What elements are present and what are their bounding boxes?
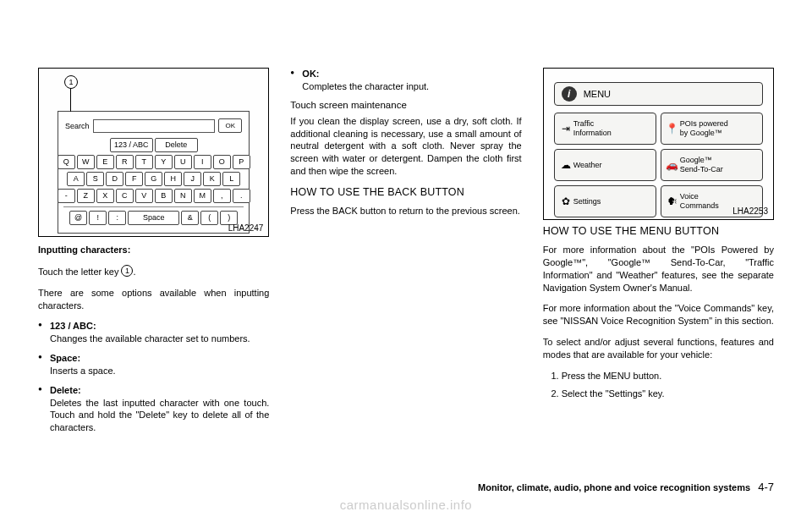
text: Touch the letter key: [38, 267, 121, 277]
figure-menu: i MENU ⇥ TrafficInformation 📍 POIs power…: [543, 68, 774, 220]
key: (: [200, 211, 218, 225]
paragraph: For more information about the "Voice Co…: [543, 302, 774, 327]
key: U: [174, 155, 192, 169]
key: V: [135, 189, 153, 203]
menu-item-label: Google™Send-To-Car: [680, 156, 723, 174]
menu-item-label: VoiceCommands: [680, 192, 719, 211]
key: F: [125, 172, 143, 186]
key: .: [233, 189, 250, 203]
key: A: [67, 172, 85, 186]
column-1: 1 Search OK 123 / ABC Delete Q W: [38, 68, 269, 482]
figure-label: LHA2253: [732, 206, 768, 216]
heading-touch-maintenance: Touch screen maintenance: [290, 100, 521, 110]
keyboard-mode-row: 123 / ABC Delete: [63, 138, 244, 152]
menu-item-label: Settings: [573, 197, 601, 206]
key: ,: [213, 189, 231, 203]
key: E: [96, 155, 114, 169]
key: X: [96, 189, 114, 203]
key: &: [181, 211, 199, 225]
key: Q: [58, 155, 75, 169]
step: Press the MENU button.: [562, 370, 774, 382]
menu-item-label: POIs poweredby Google™: [680, 119, 728, 138]
key: C: [116, 189, 134, 203]
key: G: [145, 172, 162, 186]
menu-item-label: TrafficInformation: [573, 119, 612, 138]
key: M: [194, 189, 211, 203]
key: R: [116, 155, 134, 169]
steps-list: Press the MENU button. Select the "Setti…: [543, 370, 774, 400]
gear-icon: ✿: [558, 195, 573, 207]
menu-item-label: Weather: [573, 161, 602, 170]
key: O: [213, 155, 231, 169]
menu-item-traffic: ⇥ TrafficInformation: [554, 113, 656, 145]
key: S: [86, 172, 104, 186]
key: H: [164, 172, 182, 186]
ok-key: OK: [218, 118, 242, 133]
menu-item-settings: ✿ Settings: [554, 185, 656, 217]
watermark: carmanualsonline.info: [0, 498, 812, 512]
list-item: 123 / ABC: Changes the available charact…: [50, 320, 269, 345]
paragraph: To select and/or adjust several function…: [543, 336, 774, 361]
item-desc: Completes the character input.: [302, 81, 429, 91]
key: W: [77, 155, 95, 169]
key: :: [108, 211, 126, 225]
key: K: [203, 172, 221, 186]
paragraph: Press the BACK button to return to the p…: [290, 205, 521, 217]
page-number: 4-7: [758, 481, 774, 493]
key: I: [194, 155, 211, 169]
item-desc: Changes the available character set to n…: [50, 333, 250, 344]
key: Z: [77, 189, 95, 203]
heading-inputting: Inputting characters:: [38, 244, 269, 256]
key: @: [69, 211, 87, 225]
circled-number: 1: [121, 265, 133, 277]
menu-header: i MENU: [554, 82, 763, 106]
key: N: [174, 189, 192, 203]
key: B: [155, 189, 173, 203]
key: L: [222, 172, 240, 186]
key: T: [135, 155, 153, 169]
menu-item-weather: ☁ Weather: [554, 149, 656, 181]
figure-label: LHA2247: [228, 223, 264, 233]
poi-icon: 📍: [665, 123, 680, 135]
column-3: i MENU ⇥ TrafficInformation 📍 POIs power…: [543, 68, 774, 482]
space-key: Space: [128, 211, 179, 225]
info-icon: i: [562, 86, 577, 102]
search-input-box: [93, 119, 216, 133]
item-title: OK:: [302, 69, 319, 79]
traffic-icon: ⇥: [558, 123, 573, 135]
key: P: [233, 155, 250, 169]
manual-page: 1 Search OK 123 / ABC Delete Q W: [0, 0, 812, 517]
item-desc: Inserts a space.: [50, 366, 116, 376]
item-title: Space:: [50, 353, 80, 363]
key: !: [89, 211, 107, 225]
callout-line: [70, 88, 71, 112]
keyboard-row-4: @ ! : Space & ( ): [63, 206, 244, 225]
keyboard-search-row: Search OK: [63, 118, 244, 133]
step: Select the "Settings" key.: [562, 388, 774, 400]
option-list-cont: OK: Completes the character input.: [290, 68, 521, 93]
menu-item-pois: 📍 POIs poweredby Google™: [661, 113, 763, 145]
content-columns: 1 Search OK 123 / ABC Delete Q W: [38, 68, 774, 482]
paragraph: If you clean the display screen, use a d…: [290, 115, 521, 178]
text: .: [133, 267, 135, 277]
keyboard-row-1: Q W E R T Y U I O P: [63, 155, 244, 169]
callout-number: 1: [64, 75, 78, 89]
heading-back-button: HOW TO USE THE BACK BUTTON: [290, 186, 521, 198]
key: Y: [155, 155, 173, 169]
page-footer: Monitor, climate, audio, phone and voice…: [478, 481, 774, 493]
figure-keyboard: 1 Search OK 123 / ABC Delete Q W: [38, 68, 269, 237]
key: -: [58, 189, 75, 203]
menu-title: MENU: [584, 89, 611, 99]
list-item: Delete: Deletes the last inputted charac…: [50, 384, 269, 434]
weather-icon: ☁: [558, 159, 573, 171]
item-title: Delete:: [50, 385, 81, 395]
item-title: 123 / ABC:: [50, 321, 96, 331]
chapter-title: Monitor, climate, audio, phone and voice…: [478, 482, 750, 492]
key: D: [106, 172, 123, 186]
paragraph: There are some options available when in…: [38, 287, 269, 312]
list-item: OK: Completes the character input.: [302, 68, 521, 93]
menu-item-sendtocar: 🚗 Google™Send-To-Car: [661, 149, 763, 181]
option-list: 123 / ABC: Changes the available charact…: [38, 320, 269, 434]
item-desc: Deletes the last inputted character with…: [50, 398, 269, 433]
delete-key: Delete: [155, 138, 198, 152]
